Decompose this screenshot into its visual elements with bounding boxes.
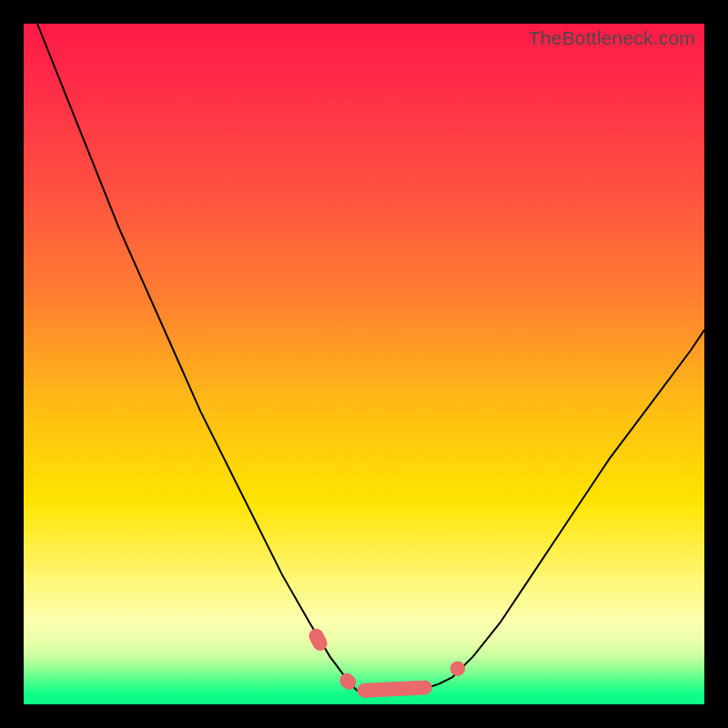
bottleneck-curve [37, 24, 704, 691]
chart-frame: TheBottleneck.com [0, 0, 728, 728]
highlight-dot [450, 662, 465, 676]
highlight-dot [339, 673, 354, 688]
highlight-segment [357, 680, 432, 698]
highlight-segments-group [307, 626, 468, 698]
plot-area: TheBottleneck.com [24, 24, 704, 704]
curve-svg [24, 24, 704, 704]
